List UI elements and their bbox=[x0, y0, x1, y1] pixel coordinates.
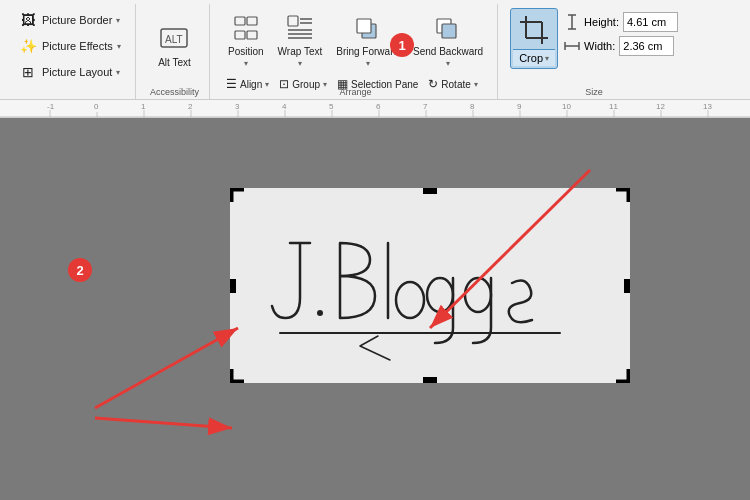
wrap-text-button[interactable]: Wrap Text ▾ bbox=[272, 8, 329, 72]
picture-border-button[interactable]: 🖼 Picture Border ▾ bbox=[14, 8, 125, 32]
svg-text:1: 1 bbox=[141, 102, 146, 111]
picture-border-label: Picture Border bbox=[42, 14, 112, 26]
crop-button[interactable]: Crop ▾ bbox=[510, 8, 558, 69]
wrap-text-label: Wrap Text bbox=[278, 46, 323, 57]
annotation-1: 1 bbox=[390, 33, 414, 57]
svg-text:9: 9 bbox=[517, 102, 522, 111]
svg-text:0: 0 bbox=[94, 102, 99, 111]
svg-rect-4 bbox=[235, 31, 245, 39]
position-icon bbox=[230, 12, 262, 44]
position-label: Position bbox=[228, 46, 264, 57]
size-inputs: Height: Width: bbox=[564, 8, 678, 72]
svg-text:8: 8 bbox=[470, 102, 475, 111]
alt-text-icon: ALT bbox=[158, 23, 190, 55]
svg-text:11: 11 bbox=[609, 102, 618, 111]
height-input[interactable] bbox=[623, 12, 678, 32]
crop-icon-area bbox=[513, 11, 555, 49]
svg-text:ALT: ALT bbox=[165, 34, 183, 45]
picture-layout-chevron: ▾ bbox=[116, 68, 120, 77]
width-icon bbox=[564, 38, 580, 54]
svg-rect-13 bbox=[357, 19, 371, 33]
svg-rect-6 bbox=[288, 16, 298, 26]
ruler-inner: // Will be done in CSS/SVG inline -1 0 1… bbox=[0, 100, 750, 117]
alt-text-label: Alt Text bbox=[158, 57, 191, 68]
height-icon bbox=[564, 14, 580, 30]
canvas-area: 1 2 bbox=[0, 118, 750, 500]
svg-text:5: 5 bbox=[329, 102, 334, 111]
svg-rect-5 bbox=[247, 31, 257, 39]
svg-text:10: 10 bbox=[562, 102, 571, 111]
svg-point-59 bbox=[317, 310, 323, 316]
picture-border-icon: 🖼 bbox=[18, 10, 38, 30]
svg-text:2: 2 bbox=[188, 102, 193, 111]
size-group: Crop ▾ Height: Width: Size bbox=[502, 4, 686, 99]
svg-rect-2 bbox=[235, 17, 245, 25]
ruler: // Will be done in CSS/SVG inline -1 0 1… bbox=[0, 100, 750, 118]
annotation-2: 2 bbox=[68, 258, 92, 282]
send-backward-icon bbox=[432, 12, 464, 44]
width-label: Width: bbox=[584, 40, 615, 52]
signature-container[interactable] bbox=[230, 188, 630, 383]
picture-effects-label: Picture Effects bbox=[42, 40, 113, 52]
svg-line-66 bbox=[95, 418, 232, 428]
picture-styles-group: 🖼 Picture Border ▾ ✨ Picture Effects ▾ ⊞… bbox=[6, 4, 136, 99]
toolbar: 🖼 Picture Border ▾ ✨ Picture Effects ▾ ⊞… bbox=[0, 0, 750, 100]
picture-layout-button[interactable]: ⊞ Picture Layout ▾ bbox=[14, 60, 125, 84]
signature-svg bbox=[230, 188, 630, 383]
height-label: Height: bbox=[584, 16, 619, 28]
crop-icon bbox=[518, 14, 550, 46]
arrange-group-label: Arrange bbox=[214, 87, 497, 97]
arrange-group: Position ▾ Wrap Text ▾ Bring Forwa bbox=[214, 4, 498, 99]
width-input[interactable] bbox=[619, 36, 674, 56]
wrap-text-icon bbox=[284, 12, 316, 44]
svg-text:13: 13 bbox=[703, 102, 712, 111]
picture-layout-label: Picture Layout bbox=[42, 66, 112, 78]
picture-effects-icon: ✨ bbox=[18, 36, 38, 56]
alt-text-button[interactable]: ALT Alt Text bbox=[152, 19, 197, 72]
accessibility-group: ALT Alt Text Accessibility bbox=[140, 4, 210, 99]
svg-rect-15 bbox=[442, 24, 456, 38]
bring-forward-icon bbox=[352, 12, 384, 44]
crop-label: Crop bbox=[519, 52, 543, 64]
picture-border-chevron: ▾ bbox=[116, 16, 120, 25]
svg-text:4: 4 bbox=[282, 102, 287, 111]
position-button[interactable]: Position ▾ bbox=[222, 8, 270, 72]
svg-rect-26 bbox=[0, 100, 750, 118]
svg-text:7: 7 bbox=[423, 102, 428, 111]
annotation-1-label: 1 bbox=[398, 38, 405, 53]
send-backward-button[interactable]: Send Backward ▾ bbox=[407, 8, 489, 72]
svg-text:3: 3 bbox=[235, 102, 240, 111]
svg-line-65 bbox=[95, 328, 238, 408]
ruler-svg: // Will be done in CSS/SVG inline -1 0 1… bbox=[0, 100, 750, 118]
picture-layout-icon: ⊞ bbox=[18, 62, 38, 82]
svg-text:6: 6 bbox=[376, 102, 381, 111]
svg-text:12: 12 bbox=[656, 102, 665, 111]
picture-effects-button[interactable]: ✨ Picture Effects ▾ bbox=[14, 34, 125, 58]
annotation-2-label: 2 bbox=[76, 263, 83, 278]
signature-image bbox=[230, 188, 630, 383]
picture-effects-chevron: ▾ bbox=[117, 42, 121, 51]
svg-text:-1: -1 bbox=[47, 102, 55, 111]
size-group-label: Size bbox=[502, 87, 686, 97]
accessibility-group-label: Accessibility bbox=[140, 87, 209, 97]
send-backward-label: Send Backward bbox=[413, 46, 483, 57]
svg-rect-3 bbox=[247, 17, 257, 25]
